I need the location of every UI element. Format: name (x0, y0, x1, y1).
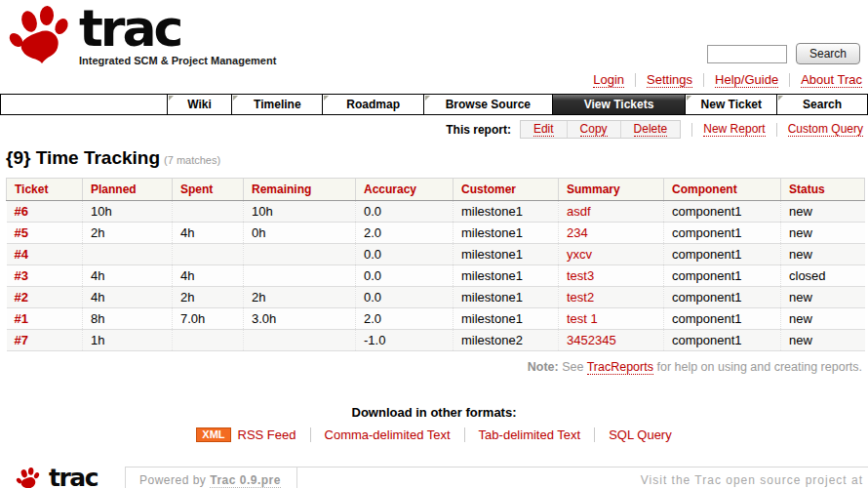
table-row: #24h2h2h0.0milestone1test2component1new (7, 287, 865, 308)
visit-text: Visit the Trac open source project at (641, 473, 863, 487)
cell-remaining: 2h (244, 287, 356, 308)
cell-summary: test 1 (559, 308, 664, 330)
cell-ticket: #3 (7, 265, 83, 287)
footer-main: Powered by Trac 0.9.pre By Edgewall Soft… (125, 467, 868, 488)
cell-status: new (781, 330, 865, 351)
ticket-link[interactable]: #5 (15, 225, 28, 240)
ticket-link[interactable]: #6 (15, 204, 28, 219)
cell-remaining (244, 244, 356, 265)
tab-view-tickets[interactable]: View Tickets (552, 95, 686, 114)
tab-label: Search (803, 98, 842, 111)
summary-link[interactable]: 234 (567, 225, 588, 240)
search-input[interactable] (707, 45, 787, 63)
metanav-link-about-trac[interactable]: About Trac (801, 72, 862, 88)
metanav-link-settings[interactable]: Settings (647, 72, 692, 88)
report-note: Note: See TracReports for help on using … (0, 360, 868, 374)
download-tab-delimited-text-link[interactable]: Tab-delimited Text (479, 427, 581, 442)
summary-link[interactable]: test3 (567, 268, 594, 283)
cell-status: closed (781, 265, 865, 287)
metanav-link-login[interactable]: Login (593, 72, 624, 88)
download-comma-delimited-text-link[interactable]: Comma-delimited Text (325, 427, 451, 442)
cell-ticket: #4 (7, 244, 83, 265)
tab-search[interactable]: Search (776, 95, 867, 114)
cell-accuracy: 2.0 (356, 308, 454, 330)
table-row: #18h7.0h3.0h2.0milestone1test 1component… (7, 308, 865, 330)
trac-version-link[interactable]: Trac 0.9.pre (210, 473, 281, 488)
footer-logo-text: trac POWERED (45, 468, 101, 488)
column-header-component[interactable]: Component (664, 179, 781, 201)
cell-status: new (781, 308, 865, 330)
cell-component: component1 (664, 330, 781, 351)
column-header-customer[interactable]: Customer (454, 179, 559, 201)
tab-new-ticket[interactable]: New Ticket (685, 95, 776, 114)
cell-spent: 4h (173, 265, 244, 287)
report-table: TicketPlannedSpentRemainingAccuracyCusto… (6, 178, 865, 351)
tracreports-link[interactable]: TracReports (587, 360, 653, 375)
tab-label: Roadmap (346, 98, 400, 111)
column-header-ticket[interactable]: Ticket (7, 179, 83, 201)
cell-component: component1 (664, 244, 781, 265)
cell-summary: asdf (559, 201, 664, 223)
edit-button[interactable]: Edit (521, 121, 567, 138)
column-header-summary[interactable]: Summary (559, 179, 664, 201)
cell-planned (83, 244, 173, 265)
column-header-status[interactable]: Status (781, 179, 865, 201)
column-header-planned[interactable]: Planned (83, 179, 173, 201)
summary-link[interactable]: 3452345 (567, 333, 616, 347)
cell-status: new (781, 223, 865, 244)
separator (310, 427, 311, 442)
trac-logo: trac Integrated SCM & Project Management (8, 6, 276, 66)
download-links: XMLRSS FeedComma-delimited TextTab-delim… (0, 427, 868, 442)
column-header-remaining[interactable]: Remaining (244, 179, 356, 201)
cell-planned: 2h (83, 223, 173, 244)
ticket-link[interactable]: #3 (15, 268, 28, 283)
table-row: #610h10h0.0milestone1asdfcomponent1new (7, 201, 865, 223)
ticket-link[interactable]: #1 (15, 311, 28, 326)
cell-component: component1 (664, 287, 781, 308)
summary-link[interactable]: test2 (567, 290, 594, 305)
download-sql-query-link[interactable]: SQL Query (609, 427, 672, 442)
cell-summary: 3452345 (559, 330, 664, 351)
cell-status: new (781, 287, 865, 308)
new-report-link[interactable]: New Report (703, 122, 765, 137)
metanav-link-help-guide[interactable]: Help/Guide (715, 72, 778, 88)
cell-component: component1 (664, 308, 781, 330)
cell-accuracy: 2.0 (356, 223, 454, 244)
ticket-link[interactable]: #7 (15, 333, 28, 347)
tab-wiki[interactable]: Wiki (167, 95, 232, 114)
download-rss-feed-link[interactable]: RSS Feed (238, 427, 296, 442)
summary-link[interactable]: test 1 (567, 311, 598, 326)
report-toolbar: This report: EditCopyDelete New ReportCu… (0, 119, 868, 140)
tab-corner-icon (233, 96, 238, 101)
column-header-accuracy[interactable]: Accuracy (356, 179, 454, 201)
delete-button[interactable]: Delete (620, 121, 681, 138)
separator (594, 427, 595, 442)
match-count: (7 matches) (164, 154, 220, 166)
report-toolbar-links: New ReportCustom Query (681, 122, 863, 137)
summary-link[interactable]: asdf (567, 204, 591, 219)
table-row: #40.0milestone1yxcvcomponent1new (7, 244, 865, 265)
report-toolbar-label: This report: (446, 123, 511, 137)
cell-remaining: 10h (244, 201, 356, 223)
logo-tagline: Integrated SCM & Project Management (79, 55, 276, 66)
search-button[interactable]: Search (796, 43, 860, 64)
copy-button[interactable]: Copy (567, 121, 620, 138)
tab-label: Browse Source (446, 98, 531, 111)
tab-browse-source[interactable]: Browse Source (423, 95, 552, 114)
cell-planned: 4h (83, 287, 173, 308)
summary-link[interactable]: yxcv (567, 247, 592, 262)
tab-timeline[interactable]: Timeline (231, 95, 322, 114)
column-header-spent[interactable]: Spent (173, 179, 244, 201)
custom-query-link[interactable]: Custom Query (788, 122, 863, 137)
cell-ticket: #1 (7, 308, 83, 330)
cell-accuracy: 0.0 (356, 244, 454, 265)
cell-planned: 8h (83, 308, 173, 330)
cell-customer: milestone1 (454, 201, 559, 223)
cell-summary: test2 (559, 287, 664, 308)
download-heading: Download in other formats: (0, 405, 868, 420)
ticket-link[interactable]: #4 (15, 247, 28, 262)
ticket-link[interactable]: #2 (15, 290, 28, 305)
tab-roadmap[interactable]: Roadmap (322, 95, 423, 114)
separator (776, 123, 777, 137)
footer-logo-title: trac (49, 468, 98, 488)
